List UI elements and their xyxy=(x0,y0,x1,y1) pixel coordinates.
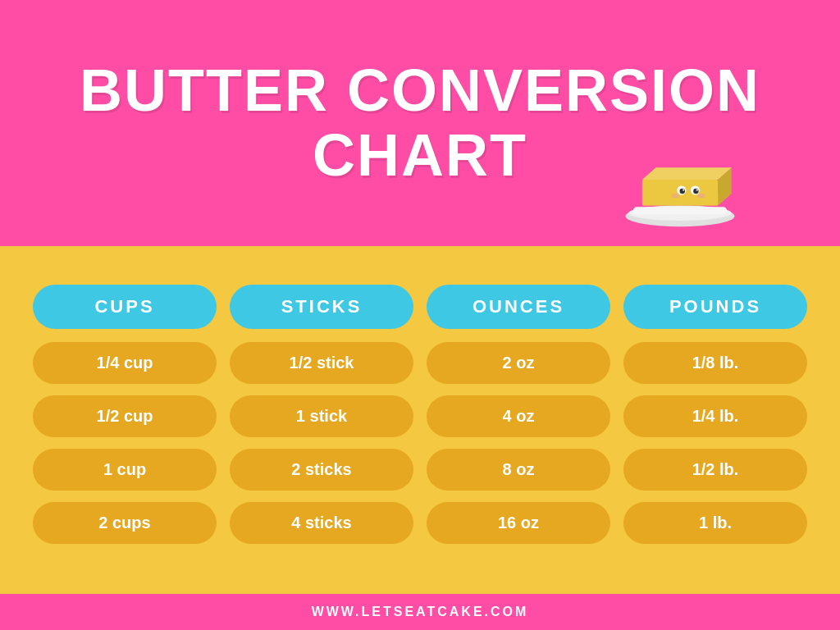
svg-rect-2 xyxy=(633,207,727,214)
conversion-table: CUPS STICKS OUNCES POUNDS 1/4 cup 1/2 st… xyxy=(33,285,807,555)
cell-sticks-4: 4 sticks xyxy=(230,502,413,544)
footer-url: WWW.LETSEATCAKE.COM xyxy=(312,605,529,619)
svg-point-14 xyxy=(697,194,705,199)
footer: WWW.LETSEATCAKE.COM xyxy=(0,594,840,630)
header-section: BUTTER CONVERSION CHART xyxy=(0,0,840,246)
cell-sticks-3: 2 sticks xyxy=(230,449,413,491)
table-row: 1/4 cup 1/2 stick 2 oz 1/8 lb. xyxy=(33,342,807,384)
cell-pounds-4: 1 lb. xyxy=(623,502,807,544)
table-row: 1 cup 2 sticks 8 oz 1/2 lb. xyxy=(33,449,807,491)
svg-point-9 xyxy=(680,189,685,194)
title-line1: BUTTER CONVERSION xyxy=(80,57,760,123)
title-line2: CHART xyxy=(313,122,527,188)
main-content: CUPS STICKS OUNCES POUNDS 1/4 cup 1/2 st… xyxy=(0,246,840,594)
cell-pounds-1: 1/8 lb. xyxy=(623,342,807,384)
cell-ounces-4: 16 oz xyxy=(427,502,610,544)
cell-cups-1: 1/4 cup xyxy=(33,342,217,384)
svg-point-10 xyxy=(693,189,698,194)
table-header-row: CUPS STICKS OUNCES POUNDS xyxy=(33,285,807,329)
page-wrapper: BUTTER CONVERSION CHART xyxy=(0,0,840,630)
table-row: 1/2 cup 1 stick 4 oz 1/4 lb. xyxy=(33,395,807,437)
cell-pounds-2: 1/4 lb. xyxy=(623,395,807,437)
svg-point-13 xyxy=(672,194,679,199)
col-header-ounces: OUNCES xyxy=(427,285,610,329)
col-header-cups: CUPS xyxy=(33,285,217,329)
cell-cups-2: 1/2 cup xyxy=(33,395,217,437)
cell-sticks-1: 1/2 stick xyxy=(230,342,413,384)
col-header-sticks: STICKS xyxy=(230,285,413,329)
cell-ounces-2: 4 oz xyxy=(427,395,610,437)
cell-ounces-1: 2 oz xyxy=(427,342,610,384)
svg-marker-5 xyxy=(642,167,732,180)
svg-point-12 xyxy=(696,189,698,190)
table-row: 2 cups 4 sticks 16 oz 1 lb. xyxy=(33,502,807,544)
cell-pounds-3: 1/2 lb. xyxy=(623,449,807,491)
cell-cups-3: 1 cup xyxy=(33,449,217,491)
cell-ounces-3: 8 oz xyxy=(427,449,610,491)
cell-cups-4: 2 cups xyxy=(33,502,217,544)
butter-illustration xyxy=(619,131,742,230)
svg-point-11 xyxy=(682,189,684,190)
cell-sticks-2: 1 stick xyxy=(230,395,413,437)
col-header-pounds: POUNDS xyxy=(623,285,807,329)
